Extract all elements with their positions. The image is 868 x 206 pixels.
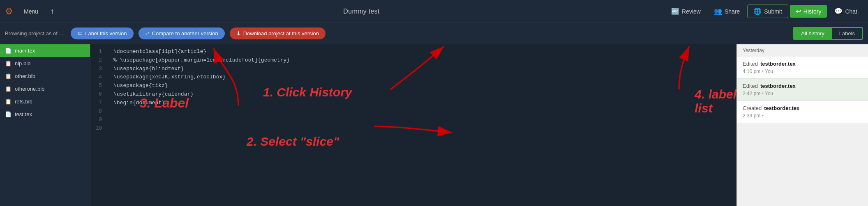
code-lines: \documentclass[11pt]{article}% \usepacka…: [107, 44, 736, 206]
history-filename: testborder.tex: [760, 61, 796, 67]
chat-label: Chat: [845, 8, 857, 15]
file-tree: 📄 main.tex 📋 nlp.bib 📋 other.bib 📋 other…: [0, 44, 90, 206]
history-entry-top: Created testborder.tex: [743, 105, 862, 111]
file-item-main-tex[interactable]: 📄 main.tex: [0, 44, 90, 57]
history-filename: testborder.tex: [760, 83, 796, 89]
tag-icon: 🏷: [77, 30, 83, 37]
file-icon: 📋: [5, 98, 12, 105]
history-tabs: All history Labels: [793, 27, 863, 40]
history-button[interactable]: ↩ History: [790, 5, 827, 18]
chat-icon: 💬: [834, 7, 843, 15]
history-time: 2:42 pm • You: [743, 91, 862, 96]
labels-tab[interactable]: Labels: [832, 28, 862, 39]
all-history-tab[interactable]: All history: [794, 28, 831, 39]
history-user: You: [765, 69, 773, 74]
file-icon: 📋: [5, 60, 12, 66]
menu-button[interactable]: Menu: [18, 6, 44, 17]
top-nav: ⚙ Menu ↑ Dummy test 🔤 Review 👥 Share 🌐 S…: [0, 0, 868, 23]
history-time: 2:39 pm •: [743, 113, 862, 119]
share-button[interactable]: 👥 Share: [708, 5, 746, 18]
history-label: History: [803, 8, 822, 15]
compare-icon: ⇌: [145, 30, 150, 37]
history-date-header: Yesterday: [737, 44, 868, 57]
history-action: Edited: [743, 61, 758, 67]
nav-right: 🔤 Review 👥 Share 🌐 Submit ↩ History 💬 Ch…: [665, 5, 863, 18]
time-value: 2:39 pm: [743, 113, 760, 119]
file-item-otherone-bib[interactable]: 📋 otherone.bib: [0, 82, 90, 95]
nav-left: ⚙ Menu ↑: [5, 5, 58, 17]
app-logo: ⚙: [5, 6, 13, 17]
file-icon: 📄: [5, 48, 12, 54]
file-name: other.bib: [15, 73, 35, 79]
compare-version-text: Compare to another version: [152, 30, 218, 37]
share-icon: 👥: [714, 7, 722, 15]
history-entry-1[interactable]: Edited testborder.tex 2:42 pm • You: [737, 79, 868, 101]
history-time: 4:10 pm • You: [743, 69, 862, 74]
file-icon: 📋: [5, 73, 12, 79]
file-icon: 📄: [5, 111, 12, 117]
project-title: Dummy test: [343, 8, 379, 15]
compare-version-button[interactable]: ⇌ Compare to another version: [139, 27, 225, 39]
history-entry-2[interactable]: Created testborder.tex 2:39 pm •: [737, 101, 868, 123]
review-icon: 🔤: [671, 7, 679, 15]
download-icon: ⬇: [236, 30, 241, 37]
toolbar: Browsing project as of ... 🏷 Label this …: [0, 23, 868, 44]
history-entry-0[interactable]: Edited testborder.tex 4:10 pm • You: [737, 57, 868, 79]
history-entry-top: Edited testborder.tex: [743, 61, 862, 67]
history-icon: ↩: [796, 7, 801, 15]
file-item-test-tex[interactable]: 📄 test.tex: [0, 108, 90, 121]
submit-icon: 🌐: [753, 7, 762, 15]
file-item-other-bib[interactable]: 📋 other.bib: [0, 70, 90, 82]
time-value: 4:10 pm: [743, 69, 760, 74]
history-user: You: [765, 91, 773, 96]
share-label: Share: [725, 8, 740, 15]
history-action: Edited: [743, 83, 758, 89]
line-numbers: 12345678910: [90, 44, 107, 206]
main-content: 📄 main.tex 📋 nlp.bib 📋 other.bib 📋 other…: [0, 44, 868, 206]
review-button[interactable]: 🔤 Review: [665, 5, 706, 18]
code-editor[interactable]: 12345678910 \documentclass[11pt]{article…: [90, 44, 736, 206]
nav-center: Dummy test: [58, 8, 665, 15]
file-name: main.tex: [15, 48, 35, 54]
chat-button[interactable]: 💬 Chat: [829, 5, 863, 18]
label-version-button[interactable]: 🏷 Label this version: [71, 27, 133, 39]
submit-button[interactable]: 🌐 Submit: [747, 5, 788, 18]
file-icon: 📋: [5, 86, 12, 92]
file-item-nlp-bib[interactable]: 📋 nlp.bib: [0, 57, 90, 70]
browsing-label: Browsing project as of ...: [5, 30, 63, 37]
download-version-button[interactable]: ⬇ Download project at this version: [230, 27, 326, 39]
code-content: 12345678910 \documentclass[11pt]{article…: [90, 44, 736, 206]
history-action: Created: [743, 105, 762, 111]
time-value: 2:42 pm: [743, 91, 760, 96]
submit-label: Submit: [764, 8, 782, 15]
download-version-text: Download project at this version: [243, 30, 319, 37]
review-label: Review: [682, 8, 701, 15]
history-filename: testborder.tex: [764, 105, 799, 111]
upload-icon[interactable]: ↑: [47, 5, 58, 17]
file-name: refs.bib: [15, 98, 32, 105]
history-panel: Yesterday Edited testborder.tex 4:10 pm …: [736, 44, 868, 206]
file-item-refs-bib[interactable]: 📋 refs.bib: [0, 95, 90, 108]
file-name: test.tex: [15, 111, 32, 117]
label-version-text: Label this version: [85, 30, 127, 37]
history-entry-top: Edited testborder.tex: [743, 83, 862, 89]
file-name: nlp.bib: [15, 60, 30, 66]
file-name: otherone.bib: [15, 86, 44, 92]
